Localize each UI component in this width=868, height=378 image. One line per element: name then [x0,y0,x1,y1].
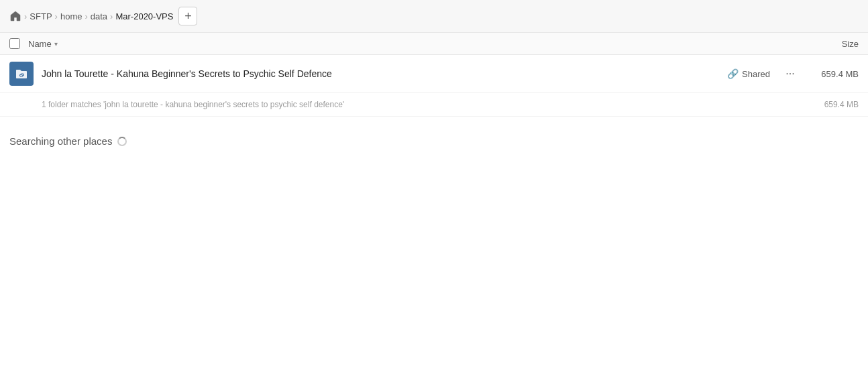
file-row[interactable]: John la Tourette - Kahuna Beginner's Sec… [0,55,868,93]
breadcrumb-home-dir[interactable]: home [60,11,83,21]
more-options-button[interactable]: ··· [781,64,800,83]
shared-link-icon: 🔗 [727,68,739,79]
searching-label: Searching other places [9,135,112,147]
breadcrumb-sep-3: › [85,11,87,21]
loading-spinner [117,137,127,146]
file-name: John la Tourette - Kahuna Beginner's Sec… [42,68,727,79]
folder-link-icon [15,67,28,80]
home-icon [9,10,21,22]
select-all-checkbox[interactable] [9,38,20,49]
breadcrumb-data[interactable]: data [91,11,107,21]
breadcrumb-sftp[interactable]: SFTP [30,11,52,21]
breadcrumb-home[interactable] [9,10,21,22]
sort-arrow-icon: ▾ [54,40,58,48]
column-header: Name ▾ Size [0,33,868,55]
breadcrumb: › SFTP › home › data › Mar-2020-VPS + [0,0,868,33]
name-column-header[interactable]: Name ▾ [28,39,58,49]
add-tab-button[interactable]: + [178,7,197,25]
breadcrumb-mar2020vps[interactable]: Mar-2020-VPS [115,11,173,21]
breadcrumb-sep-2: › [55,11,58,21]
match-size: 659.4 MB [824,100,859,109]
shared-badge: 🔗 Shared [727,68,770,79]
searching-section: Searching other places [0,117,868,156]
breadcrumb-sep-1: › [24,11,27,21]
size-column-header: Size [842,39,859,49]
match-text: 1 folder matches 'john la tourette - kah… [42,100,344,109]
file-icon-container [9,62,34,86]
match-info: 1 folder matches 'john la tourette - kah… [0,93,868,117]
file-size: 659.4 MB [805,69,859,79]
breadcrumb-sep-4: › [110,11,113,21]
